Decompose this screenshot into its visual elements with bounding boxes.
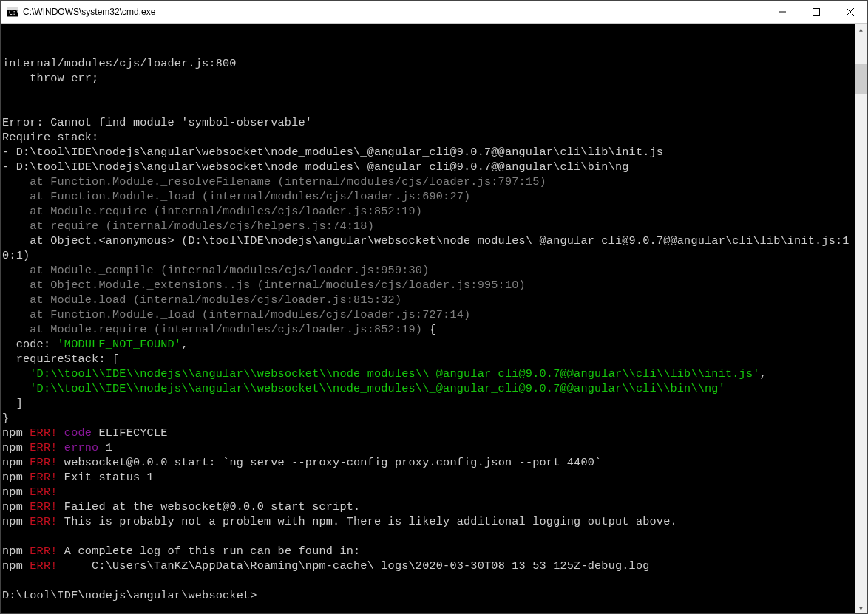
window-titlebar: C:\ C:\WINDOWS\system32\cmd.exe	[1, 1, 867, 24]
svg-text:C:\: C:\	[9, 10, 18, 16]
npm-label: npm	[2, 545, 23, 558]
npm-err-msg: A complete log of this run can be found …	[58, 545, 361, 558]
output-line: ]	[2, 397, 23, 410]
terminal-area[interactable]: internal/modules/cjs/loader.js:800 throw…	[1, 24, 867, 614]
stack-line: at Module._compile (internal/modules/cjs…	[2, 264, 429, 277]
npm-err-code: ELIFECYCLE	[98, 426, 167, 440]
require-stack-path: 'D:\\tool\\IDE\\nodejs\\angular\\websock…	[30, 382, 725, 395]
stack-line: at Function.Module._resolveFilename (int…	[2, 175, 546, 188]
npm-err-label: ERR!	[23, 515, 58, 528]
npm-err-code-label: code	[58, 426, 99, 440]
npm-label: npm	[2, 456, 23, 469]
npm-err-label: ERR!	[23, 500, 58, 514]
npm-label: npm	[2, 515, 23, 528]
npm-label: npm	[2, 441, 23, 454]
output-line: internal/modules/cjs/loader.js:800	[2, 57, 237, 70]
npm-label: npm	[2, 500, 23, 514]
npm-err-msg: Exit status 1	[58, 471, 154, 484]
npm-err-label: ERR!	[23, 426, 58, 440]
stack-line: at Module.require (internal/modules/cjs/…	[2, 323, 422, 336]
output-line: }	[2, 412, 9, 425]
scroll-up-button[interactable]: ▲	[855, 24, 867, 36]
npm-err-label: ERR!	[23, 485, 58, 499]
npm-err-msg: This is probably not a problem with npm.…	[58, 515, 677, 528]
npm-err-msg: websocket@0.0.0 start: `ng serve --proxy…	[58, 456, 602, 469]
output-line: requireStack: [	[2, 352, 119, 366]
window-title: C:\WINDOWS\system32\cmd.exe	[23, 7, 765, 17]
stack-line: at Function.Module._load (internal/modul…	[2, 308, 470, 321]
blank-line	[2, 530, 9, 543]
stack-line: at Module.require (internal/modules/cjs/…	[2, 205, 422, 218]
output-line: - D:\tool\IDE\nodejs\angular\websocket\n…	[2, 146, 663, 159]
stack-line: at Function.Module._load (internal/modul…	[2, 190, 470, 203]
npm-log-path: C:\Users\TanKZ\AppData\Roaming\npm-cache…	[58, 559, 650, 573]
require-stack-path: 'D:\\tool\\IDE\\nodejs\\angular\\websock…	[30, 367, 759, 381]
maximize-button[interactable]	[799, 1, 833, 23]
output-line	[2, 367, 30, 381]
window-controls	[765, 1, 867, 23]
npm-errno: 1	[98, 441, 112, 454]
output-line: throw err;	[2, 72, 98, 85]
minimize-button[interactable]	[765, 1, 799, 23]
npm-err-msg: Failed at the websocket@0.0.0 start scri…	[58, 500, 361, 514]
stack-line: at Module.load (internal/modules/cjs/loa…	[2, 293, 401, 307]
svg-rect-4	[813, 9, 820, 16]
npm-err-label: ERR!	[23, 471, 58, 484]
npm-label: npm	[2, 559, 23, 573]
npm-label: npm	[2, 426, 23, 440]
output-line: - D:\tool\IDE\nodejs\angular\websocket\n…	[2, 160, 629, 174]
output-line: {	[422, 323, 436, 336]
output-line	[2, 382, 30, 395]
prompt[interactable]: D:\tool\IDE\nodejs\angular\websocket>	[2, 589, 257, 602]
output-line: code:	[2, 338, 58, 351]
npm-label: npm	[2, 485, 23, 499]
vertical-scrollbar[interactable]: ▲ ▼	[855, 24, 867, 614]
output-line: ,	[760, 367, 767, 381]
stack-line: at Object.<anonymous> (D:\tool\IDE\nodej…	[2, 234, 532, 248]
npm-err-label: ERR!	[23, 545, 58, 558]
close-button[interactable]	[833, 1, 867, 23]
npm-errno-label: errno	[58, 441, 99, 454]
path-link[interactable]: _@angular_cli@9.0.7@@angular	[532, 234, 725, 248]
npm-err-label: ERR!	[23, 441, 58, 454]
scroll-thumb[interactable]	[855, 64, 867, 94]
blank-line	[2, 574, 9, 587]
npm-err-label: ERR!	[23, 456, 58, 469]
npm-label: npm	[2, 471, 23, 484]
npm-err-label: ERR!	[23, 559, 58, 573]
scroll-down-button[interactable]: ▼	[855, 602, 867, 614]
output-line: Error: Cannot find module 'symbol-observ…	[2, 116, 312, 129]
stack-line: at Object.Module._extensions..js (intern…	[2, 279, 526, 292]
error-code: 'MODULE_NOT_FOUND'	[58, 338, 182, 351]
cmd-icon: C:\	[7, 6, 18, 18]
stack-line: at require (internal/modules/cjs/helpers…	[2, 219, 374, 233]
output-line: ,	[181, 338, 188, 351]
terminal-output: internal/modules/cjs/loader.js:800 throw…	[1, 24, 855, 606]
output-line: Require stack:	[2, 131, 98, 144]
